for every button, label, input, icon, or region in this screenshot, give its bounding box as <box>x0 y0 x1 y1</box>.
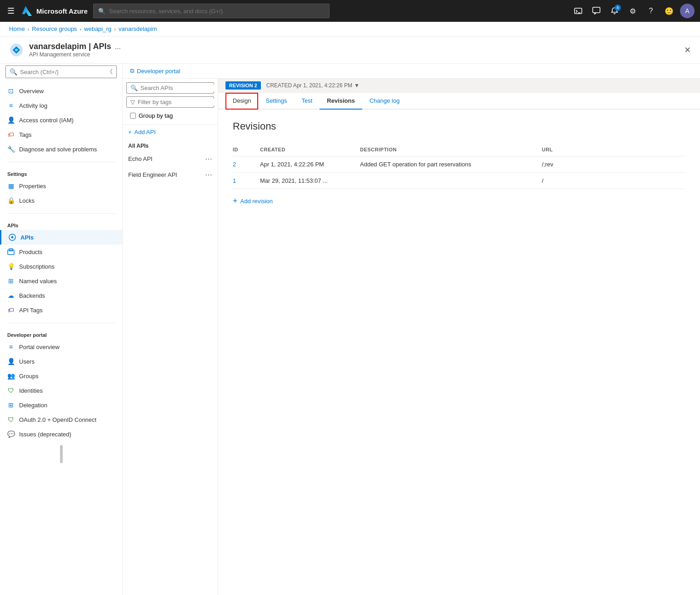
api-filter-input[interactable] <box>138 99 214 105</box>
add-api-label: Add API <box>135 129 156 135</box>
settings-button[interactable]: ⚙ <box>625 4 640 18</box>
revisions-table-header-row: ID CREATED DESCRIPTION URL <box>233 143 685 156</box>
sidebar-collapse-icon[interactable]: 《 <box>107 68 113 76</box>
groups-icon: 👥 <box>7 372 15 380</box>
resource-title: vanarsdelapim | APIs ... <box>29 42 121 51</box>
sidebar-item-tags[interactable]: 🏷 Tags <box>0 127 122 142</box>
sidebar-section-apis: APIs APIs Products 💡 Subscriptions ⊞ Nam… <box>0 217 122 319</box>
add-revision-icon: + <box>233 196 238 206</box>
group-by-checkbox[interactable] <box>130 113 136 119</box>
add-revision-button[interactable]: + Add revision <box>233 196 685 206</box>
main-layout: 🔍 《 ⊡ Overview ≡ Activity log 👤 Access c… <box>0 64 700 595</box>
sidebar-item-apis[interactable]: APIs <box>0 230 122 245</box>
api-filter-container[interactable]: ▽ <box>126 96 214 108</box>
sidebar-item-locks-label: Locks <box>19 197 35 204</box>
user-avatar[interactable]: A <box>680 4 695 18</box>
sidebar-section-settings: Settings ▦ Properties 🔒 Locks <box>0 166 122 210</box>
detail-content: Revisions ID CREATED DESCRIPTION URL <box>218 110 700 595</box>
col-created: CREATED <box>260 143 360 156</box>
oauth-icon: 🛡 <box>7 416 15 423</box>
sidebar-search-input[interactable] <box>20 69 104 75</box>
sidebar-item-issues[interactable]: 💬 Issues (deprecated) <box>0 427 122 441</box>
delegation-icon: ⊞ <box>7 401 15 409</box>
breadcrumb-home[interactable]: Home <box>9 25 25 32</box>
api-search-input-container[interactable]: 🔍 <box>126 82 214 94</box>
revision-badge: REVISION 2 <box>225 81 261 90</box>
sidebar-item-users[interactable]: 👤 Users <box>0 354 122 369</box>
sidebar-scrollbar[interactable] <box>60 445 63 463</box>
revision-dropdown-button[interactable]: ▼ <box>354 82 360 89</box>
tab-changelog[interactable]: Change log <box>362 93 407 110</box>
hamburger-menu[interactable]: ☰ <box>5 4 16 18</box>
sidebar-item-activity-log[interactable]: ≡ Activity log <box>0 98 122 113</box>
api-search-icon: 🔍 <box>130 85 138 91</box>
azure-logo: Microsoft Azure <box>22 5 88 16</box>
topbar-search-container[interactable]: 🔍 <box>93 4 330 18</box>
sidebar-item-portal-overview[interactable]: ≡ Portal overview <box>0 340 122 354</box>
row2-created: Mar 29, 2021, 11:53:07 ... <box>260 173 360 189</box>
developer-portal-link[interactable]: ⧉ Developer portal <box>130 67 180 75</box>
api-item-echo-api[interactable]: Echo API ⋯ <box>123 151 218 167</box>
api-list-search: 🔍 ▽ Group by tag <box>123 79 218 125</box>
sidebar-item-api-tags-label: API Tags <box>19 307 43 314</box>
field-engineer-api-label: Field Engineer API <box>128 171 177 178</box>
filter-icon: ▽ <box>130 99 135 105</box>
breadcrumb-webapi-rg[interactable]: webapi_rg <box>84 25 111 32</box>
sidebar-item-locks[interactable]: 🔒 Locks <box>0 193 122 208</box>
api-group-by[interactable]: Group by tag <box>126 110 214 121</box>
api-search-input[interactable] <box>140 85 217 91</box>
close-button[interactable]: ✕ <box>684 45 691 55</box>
sidebar-scroll-area <box>0 443 122 465</box>
sidebar-section-dev-portal: Developer portal ≡ Portal overview 👤 Use… <box>0 327 122 443</box>
sidebar-item-identities[interactable]: 🛡 Identities <box>0 383 122 398</box>
col-id: ID <box>233 143 260 156</box>
echo-api-label: Echo API <box>128 155 152 162</box>
sidebar-item-overview[interactable]: ⊡ Overview <box>0 84 122 98</box>
revision-id-link-2[interactable]: 2 <box>233 161 236 168</box>
sidebar-search[interactable]: 🔍 《 <box>5 65 117 78</box>
sidebar-item-properties[interactable]: ▦ Properties <box>0 179 122 193</box>
breadcrumb-current[interactable]: vanarsdelapim <box>119 25 157 32</box>
row2-id: 1 <box>233 173 260 189</box>
subscriptions-icon: 💡 <box>7 263 15 270</box>
sidebar-item-backends[interactable]: ☁ Backends <box>0 288 122 303</box>
sidebar-item-subscriptions[interactable]: 💡 Subscriptions <box>0 259 122 274</box>
sidebar-item-groups[interactable]: 👥 Groups <box>0 369 122 383</box>
revision-created: CREATED Apr 1, 2021, 4:22:26 PM ▼ <box>266 82 360 89</box>
feedback-button[interactable] <box>589 4 604 18</box>
notifications-button[interactable]: 8 <box>607 4 622 18</box>
tab-design[interactable]: Design <box>225 93 258 110</box>
tab-test[interactable]: Test <box>294 93 320 110</box>
tab-settings[interactable]: Settings <box>258 93 294 110</box>
sidebar-item-oauth-label: OAuth 2.0 + OpenID Connect <box>19 416 96 423</box>
echo-api-more[interactable]: ⋯ <box>205 155 212 163</box>
revision-id-link-1[interactable]: 1 <box>233 177 236 184</box>
search-input[interactable] <box>109 8 325 15</box>
apim-icon <box>9 43 24 57</box>
sidebar-item-diagnose[interactable]: 🔧 Diagnose and solve problems <box>0 142 122 156</box>
breadcrumb-resource-groups[interactable]: Resource groups <box>32 25 77 32</box>
sidebar-section-general: ⊡ Overview ≡ Activity log 👤 Access contr… <box>0 82 122 158</box>
add-api-button[interactable]: + Add API <box>123 125 218 139</box>
products-icon <box>7 248 15 255</box>
help-button[interactable]: ? <box>644 4 658 18</box>
sidebar-item-named-values[interactable]: ⊞ Named values <box>0 274 122 288</box>
sidebar-item-backends-label: Backends <box>19 292 45 299</box>
resource-more[interactable]: ... <box>115 43 120 51</box>
cloud-shell-button[interactable] <box>571 4 585 18</box>
field-engineer-api-more[interactable]: ⋯ <box>205 170 212 179</box>
table-row: 1 Mar 29, 2021, 11:53:07 ... / <box>233 173 685 189</box>
sidebar-item-api-tags[interactable]: 🏷 API Tags <box>0 303 122 317</box>
feedback-smile-button[interactable]: 🙂 <box>662 4 676 18</box>
add-revision-label: Add revision <box>240 198 273 205</box>
api-item-field-engineer-api[interactable]: Field Engineer API ⋯ <box>123 167 218 183</box>
sidebar-item-delegation[interactable]: ⊞ Delegation <box>0 398 122 412</box>
sidebar-item-products[interactable]: Products <box>0 245 122 259</box>
tab-revisions[interactable]: Revisions <box>320 93 362 110</box>
users-icon: 👤 <box>7 358 15 365</box>
portal-link-icon: ⧉ <box>130 67 134 75</box>
sidebar-item-oauth[interactable]: 🛡 OAuth 2.0 + OpenID Connect <box>0 412 122 427</box>
sidebar-item-access-control[interactable]: 👤 Access control (IAM) <box>0 113 122 127</box>
sidebar-item-issues-label: Issues (deprecated) <box>19 431 71 438</box>
revision-bar: REVISION 2 CREATED Apr 1, 2021, 4:22:26 … <box>218 79 700 93</box>
